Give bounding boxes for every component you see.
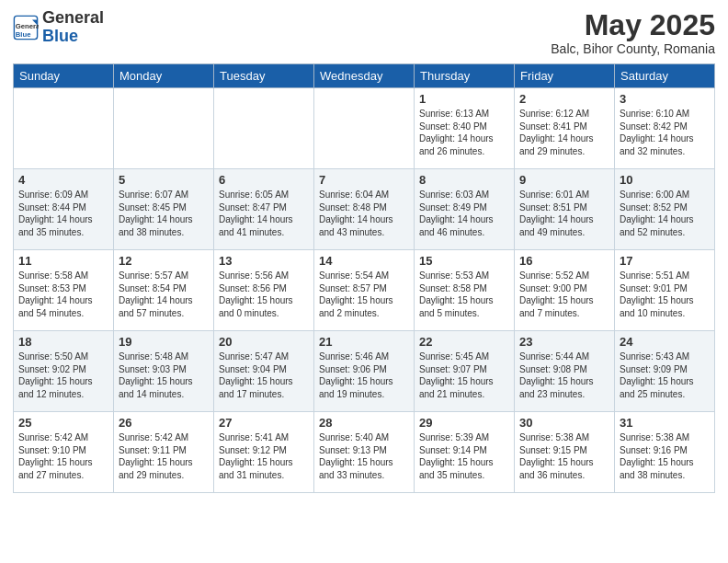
day-info: Sunrise: 5:53 AM Sunset: 8:58 PM Dayligh… [419,270,509,319]
logo-general-text: General [42,9,104,28]
table-row [114,88,214,169]
table-row: 1Sunrise: 6:13 AM Sunset: 8:40 PM Daylig… [415,88,515,169]
table-row: 5Sunrise: 6:07 AM Sunset: 8:45 PM Daylig… [114,169,214,250]
col-wednesday: Wednesday [314,64,415,88]
table-row [14,88,114,169]
day-number: 12 [119,254,209,268]
day-number: 13 [219,254,309,268]
table-row: 27Sunrise: 5:41 AM Sunset: 9:12 PM Dayli… [214,412,314,493]
table-row: 6Sunrise: 6:05 AM Sunset: 8:47 PM Daylig… [214,169,314,250]
table-row: 17Sunrise: 5:51 AM Sunset: 9:01 PM Dayli… [615,250,715,331]
header: General Blue General Blue May 2025 Balc,… [13,9,715,56]
day-number: 23 [519,335,609,349]
day-number: 7 [319,173,409,187]
day-number: 15 [419,254,509,268]
month-title: May 2025 [551,9,715,41]
day-info: Sunrise: 5:42 AM Sunset: 9:11 PM Dayligh… [119,431,209,481]
day-number: 21 [319,335,409,349]
day-info: Sunrise: 5:52 AM Sunset: 9:00 PM Dayligh… [519,270,609,319]
day-info: Sunrise: 6:01 AM Sunset: 8:51 PM Dayligh… [519,189,609,238]
table-row: 31Sunrise: 5:38 AM Sunset: 9:16 PM Dayli… [615,412,715,493]
day-info: Sunrise: 5:54 AM Sunset: 8:57 PM Dayligh… [319,270,409,319]
day-info: Sunrise: 5:38 AM Sunset: 9:15 PM Dayligh… [519,431,609,481]
table-row: 20Sunrise: 5:47 AM Sunset: 9:04 PM Dayli… [214,331,314,412]
day-number: 22 [419,335,509,349]
calendar-header-row: Sunday Monday Tuesday Wednesday Thursday… [14,64,715,88]
table-row: 25Sunrise: 5:42 AM Sunset: 9:10 PM Dayli… [14,412,114,493]
calendar-week-row: 4Sunrise: 6:09 AM Sunset: 8:44 PM Daylig… [14,169,715,250]
day-number: 25 [18,416,108,430]
table-row: 21Sunrise: 5:46 AM Sunset: 9:06 PM Dayli… [314,331,415,412]
table-row: 7Sunrise: 6:04 AM Sunset: 8:48 PM Daylig… [314,169,415,250]
table-row: 24Sunrise: 5:43 AM Sunset: 9:09 PM Dayli… [615,331,715,412]
table-row: 13Sunrise: 5:56 AM Sunset: 8:56 PM Dayli… [214,250,314,331]
table-row: 19Sunrise: 5:48 AM Sunset: 9:03 PM Dayli… [114,331,214,412]
day-number: 10 [620,173,710,187]
day-number: 5 [119,173,209,187]
day-info: Sunrise: 5:50 AM Sunset: 9:02 PM Dayligh… [18,350,108,400]
day-number: 2 [519,92,609,106]
table-row: 8Sunrise: 6:03 AM Sunset: 8:49 PM Daylig… [415,169,515,250]
day-info: Sunrise: 5:46 AM Sunset: 9:06 PM Dayligh… [319,350,409,400]
table-row: 10Sunrise: 6:00 AM Sunset: 8:52 PM Dayli… [615,169,715,250]
col-tuesday: Tuesday [214,64,314,88]
day-info: Sunrise: 5:45 AM Sunset: 9:07 PM Dayligh… [419,350,509,400]
table-row: 15Sunrise: 5:53 AM Sunset: 8:58 PM Dayli… [415,250,515,331]
col-saturday: Saturday [615,64,715,88]
day-info: Sunrise: 6:07 AM Sunset: 8:45 PM Dayligh… [119,189,209,238]
table-row [214,88,314,169]
title-block: May 2025 Balc, Bihor County, Romania [551,9,715,56]
table-row: 9Sunrise: 6:01 AM Sunset: 8:51 PM Daylig… [515,169,615,250]
day-info: Sunrise: 5:51 AM Sunset: 9:01 PM Dayligh… [620,270,710,319]
table-row: 30Sunrise: 5:38 AM Sunset: 9:15 PM Dayli… [515,412,615,493]
table-row: 14Sunrise: 5:54 AM Sunset: 8:57 PM Dayli… [314,250,415,331]
day-number: 6 [219,173,309,187]
day-info: Sunrise: 5:40 AM Sunset: 9:13 PM Dayligh… [319,431,409,481]
table-row [314,88,415,169]
day-info: Sunrise: 6:13 AM Sunset: 8:40 PM Dayligh… [419,108,509,157]
col-monday: Monday [114,64,214,88]
table-row: 18Sunrise: 5:50 AM Sunset: 9:02 PM Dayli… [14,331,114,412]
day-number: 19 [119,335,209,349]
day-info: Sunrise: 5:39 AM Sunset: 9:14 PM Dayligh… [419,431,509,481]
calendar-week-row: 18Sunrise: 5:50 AM Sunset: 9:02 PM Dayli… [14,331,715,412]
day-info: Sunrise: 5:44 AM Sunset: 9:08 PM Dayligh… [519,350,609,400]
day-number: 18 [18,335,108,349]
day-number: 30 [519,416,609,430]
day-info: Sunrise: 5:42 AM Sunset: 9:10 PM Dayligh… [18,431,108,481]
day-number: 17 [620,254,710,268]
day-number: 31 [620,416,710,430]
table-row: 16Sunrise: 5:52 AM Sunset: 9:00 PM Dayli… [515,250,615,331]
day-info: Sunrise: 5:41 AM Sunset: 9:12 PM Dayligh… [219,431,309,481]
col-sunday: Sunday [14,64,114,88]
day-info: Sunrise: 6:10 AM Sunset: 8:42 PM Dayligh… [620,108,710,157]
day-number: 24 [620,335,710,349]
day-number: 28 [319,416,409,430]
calendar-week-row: 11Sunrise: 5:58 AM Sunset: 8:53 PM Dayli… [14,250,715,331]
day-info: Sunrise: 5:38 AM Sunset: 9:16 PM Dayligh… [620,431,710,481]
day-number: 29 [419,416,509,430]
table-row: 22Sunrise: 5:45 AM Sunset: 9:07 PM Dayli… [415,331,515,412]
day-info: Sunrise: 5:57 AM Sunset: 8:54 PM Dayligh… [119,270,209,319]
day-info: Sunrise: 6:12 AM Sunset: 8:41 PM Dayligh… [519,108,609,157]
table-row: 3Sunrise: 6:10 AM Sunset: 8:42 PM Daylig… [615,88,715,169]
svg-text:General: General [16,22,39,30]
table-row: 2Sunrise: 6:12 AM Sunset: 8:41 PM Daylig… [515,88,615,169]
day-info: Sunrise: 6:09 AM Sunset: 8:44 PM Dayligh… [18,189,108,238]
day-number: 8 [419,173,509,187]
table-row: 11Sunrise: 5:58 AM Sunset: 8:53 PM Dayli… [14,250,114,331]
day-info: Sunrise: 5:58 AM Sunset: 8:53 PM Dayligh… [18,270,108,319]
table-row: 29Sunrise: 5:39 AM Sunset: 9:14 PM Dayli… [415,412,515,493]
col-friday: Friday [515,64,615,88]
day-number: 3 [620,92,710,106]
day-info: Sunrise: 5:43 AM Sunset: 9:09 PM Dayligh… [620,350,710,400]
col-thursday: Thursday [415,64,515,88]
day-info: Sunrise: 6:00 AM Sunset: 8:52 PM Dayligh… [620,189,710,238]
day-info: Sunrise: 5:47 AM Sunset: 9:04 PM Dayligh… [219,350,309,400]
calendar-week-row: 1Sunrise: 6:13 AM Sunset: 8:40 PM Daylig… [14,88,715,169]
day-info: Sunrise: 5:48 AM Sunset: 9:03 PM Dayligh… [119,350,209,400]
table-row: 26Sunrise: 5:42 AM Sunset: 9:11 PM Dayli… [114,412,214,493]
calendar-body: 1Sunrise: 6:13 AM Sunset: 8:40 PM Daylig… [14,88,715,493]
logo-text: General Blue [42,9,104,46]
day-number: 27 [219,416,309,430]
